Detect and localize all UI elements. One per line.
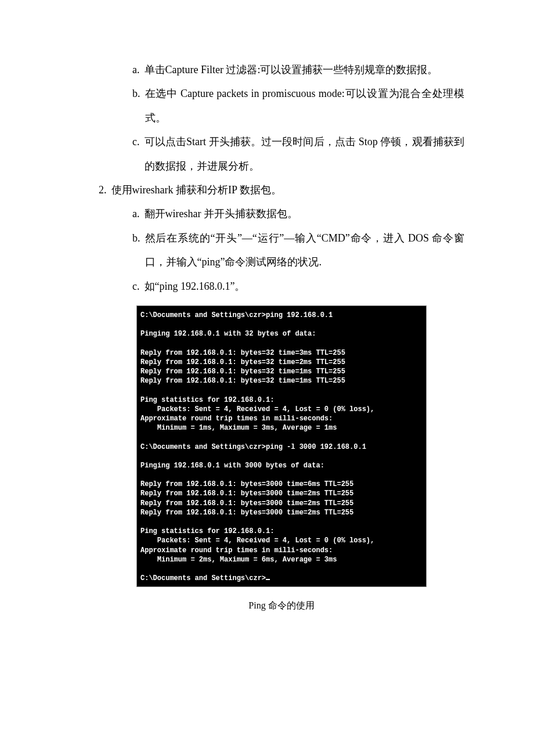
sub-list-2: a. 翻开wireshar 并开头捕获数据包。 b. 然后在系统的“开头”—“运… bbox=[99, 202, 464, 298]
item-marker: c. bbox=[132, 275, 145, 298]
list-item: c. 可以点击Start 开头捕获。过一段时间后，点击 Stop 停顿，观看捕获… bbox=[132, 130, 464, 178]
item-marker: 2. bbox=[99, 178, 111, 202]
list-item: a. 翻开wireshar 并开头捕获数据包。 bbox=[132, 202, 464, 226]
list-item: c. 如“ping 192.168.0.1”。 bbox=[132, 275, 464, 298]
item-marker: a. bbox=[132, 58, 145, 82]
item-marker: a. bbox=[132, 202, 145, 226]
item-marker: c. bbox=[132, 130, 145, 154]
item-text: 可以点击Start 开头捕获。过一段时间后，点击 Stop 停顿，观看捕获到的数… bbox=[145, 130, 465, 178]
terminal-container: C:\Documents and Settings\czr>ping 192.1… bbox=[99, 305, 464, 587]
item-text: 单击Capture Filter 过滤器:可以设置捕获一些特别规章的数据报。 bbox=[145, 58, 465, 82]
list-item: b. 然后在系统的“开头”—“运行”—输入“CMD”命令，进入 DOS 命令窗口… bbox=[132, 226, 464, 275]
list-item: 2. 使用wireshark 捕获和分析IP 数据包。 bbox=[99, 178, 464, 202]
sub-list-1: a. 单击Capture Filter 过滤器:可以设置捕获一些特别规章的数据报… bbox=[99, 58, 464, 178]
item-text: 使用wireshark 捕获和分析IP 数据包。 bbox=[111, 178, 465, 202]
item-text: 如“ping 192.168.0.1”。 bbox=[145, 275, 465, 298]
item-text: 翻开wireshar 并开头捕获数据包。 bbox=[145, 202, 465, 226]
list-item: b. 在选中 Capture packets in promiscuous mo… bbox=[132, 82, 464, 130]
cursor-icon bbox=[266, 579, 270, 580]
list-item: a. 单击Capture Filter 过滤器:可以设置捕获一些特别规章的数据报… bbox=[132, 58, 464, 82]
item-marker: b. bbox=[132, 82, 145, 106]
item-text: 然后在系统的“开头”—“运行”—输入“CMD”命令，进入 DOS 命令窗口，并输… bbox=[145, 226, 465, 275]
terminal-output: C:\Documents and Settings\czr>ping 192.1… bbox=[136, 305, 427, 587]
numbered-list: 2. 使用wireshark 捕获和分析IP 数据包。 bbox=[99, 178, 464, 202]
item-text: 在选中 Capture packets in promiscuous mode:… bbox=[145, 82, 465, 130]
item-marker: b. bbox=[132, 226, 145, 250]
figure-caption: Ping 命令的使用 bbox=[99, 595, 464, 617]
document-page: a. 单击Capture Filter 过滤器:可以设置捕获一些特别规章的数据报… bbox=[0, 0, 534, 651]
